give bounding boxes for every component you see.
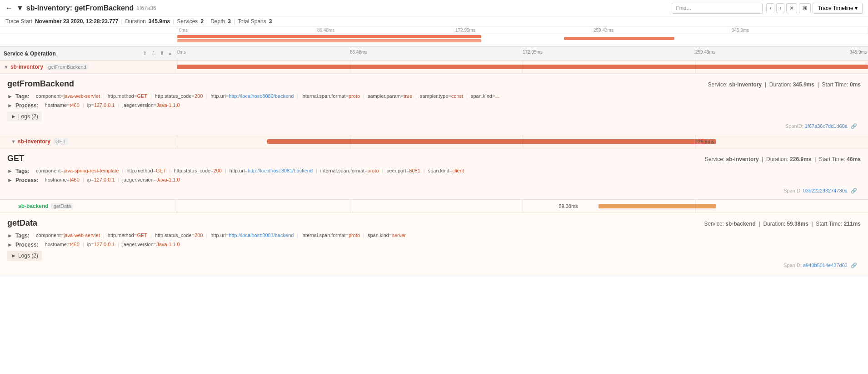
- proc2-jaeger: jaeger.version=Java-1.1.0: [122, 177, 180, 182]
- trace-start-label: Trace Start: [5, 18, 32, 25]
- span1-external-link-icon[interactable]: 🔗: [851, 123, 857, 129]
- tag2-http-url: http.url=http://localhost:8081/backend: [229, 168, 313, 173]
- divider-2-1: [350, 135, 350, 148]
- span3-process-row: ► Process: hostname=t460 | ip=127.0.0.1 …: [7, 242, 861, 248]
- divider-2-2: [523, 135, 523, 148]
- span2-id-link[interactable]: 03b222238274730a: [803, 188, 848, 193]
- span3-tags-toggle[interactable]: ►: [7, 232, 13, 239]
- span3-label-row[interactable]: sb-backend getData: [0, 200, 177, 212]
- span1-label-row[interactable]: ▼ sb-inventory getFromBackend: [0, 61, 177, 73]
- trace-id: 1f67a36: [136, 5, 156, 11]
- trace-start-value: November 23 2020, 12:28:23.777: [35, 18, 118, 25]
- back-button[interactable]: ←: [5, 4, 13, 12]
- span2-external-link-icon[interactable]: 🔗: [851, 188, 857, 193]
- trace-collapse-icon[interactable]: ▼: [16, 4, 24, 12]
- clear-find-button[interactable]: ✕: [786, 3, 797, 13]
- tag-component: component=java-web-servlet: [36, 93, 100, 99]
- timeline-ruler: 0ms 86.48ms 172.95ms 259.43ms 345.9ms: [177, 47, 868, 60]
- sort-asc-button[interactable]: ⇧: [141, 50, 149, 57]
- span2-collapse-btn[interactable]: ▼: [11, 139, 16, 144]
- span2-service: sb-inventory: [18, 138, 50, 145]
- span1-process-row: ► Process: hostname=t460 | ip=127.0.0.1 …: [7, 102, 861, 109]
- span3-logs-label: Logs (2): [18, 253, 38, 259]
- span3-external-link-icon[interactable]: 🔗: [851, 263, 857, 268]
- services-value: 2: [200, 18, 204, 25]
- divider-3-2: [523, 200, 523, 212]
- trace-meta: Trace Start November 23 2020, 12:28:23.7…: [0, 16, 868, 27]
- tag-span-format: internal.span.format=proto: [301, 93, 360, 99]
- duration-label: Duration: [125, 18, 146, 25]
- span2-operation: GET: [53, 138, 68, 145]
- span1-process-toggle[interactable]: ►: [7, 102, 13, 109]
- span2-label-row[interactable]: ▼ sb-inventory GET: [0, 135, 177, 148]
- proc-jaeger: jaeger.version=Java-1.1.0: [122, 102, 180, 108]
- depth-label: Depth: [210, 18, 225, 25]
- tag2-http-method: http.method=GET: [126, 168, 166, 173]
- tag2-span-kind: span.kind=client: [428, 168, 464, 173]
- prev-result-button[interactable]: ‹: [766, 3, 774, 13]
- ruler-tick-4: 345.9ms: [850, 50, 867, 55]
- span2-detail: GET Service: sb-inventory | Duration: 22…: [0, 148, 868, 200]
- span3-bar: [599, 204, 716, 208]
- proc3-jaeger: jaeger.version=Java-1.1.0: [122, 242, 180, 247]
- span1-detail: getFromBackend Service: sb-inventory | D…: [0, 74, 868, 135]
- tag-span-kind: span.kind=...: [471, 93, 499, 99]
- span1-service: sb-inventory: [10, 64, 43, 70]
- span2-tags-toggle[interactable]: ►: [7, 168, 13, 174]
- overview-bar-3: [564, 37, 674, 40]
- tag3-span-kind: span.kind=server: [368, 232, 406, 238]
- service-op-label: Service & Operation: [4, 51, 56, 57]
- keyboard-shortcut-button[interactable]: ⌘: [799, 3, 811, 13]
- tag3-http-method: http.method=GET: [108, 232, 147, 238]
- span3-process-list: hostname=t460 | ip=127.0.0.1 | jaeger.ve…: [45, 242, 180, 247]
- find-input[interactable]: [672, 3, 763, 14]
- span1-operation: getFromBackend: [46, 64, 89, 70]
- ruler-tick-2: 172.95ms: [523, 50, 543, 55]
- url-link-3[interactable]: http://localhost:8081/backend: [229, 232, 294, 238]
- span3-detail-title: getData: [7, 218, 37, 228]
- trace-title-container: ▼ sb-inventory: getFromBackend 1f67a36: [16, 4, 156, 12]
- overview-tick-0: 0ms: [177, 27, 315, 34]
- tag3-http-status: http.status_code=200: [155, 232, 203, 238]
- span3-id-link[interactable]: a940b5014e437d63: [803, 263, 848, 268]
- ruler-tick-3: 259.43ms: [695, 50, 715, 55]
- span2-tag-list: component=java-spring-rest-template | ht…: [36, 168, 464, 173]
- url-link-2[interactable]: http://localhost:8081/backend: [248, 168, 313, 173]
- span3-id-area: SpanID: a940b5014e437d63 🔗: [7, 261, 861, 270]
- span2-bar: [267, 139, 716, 144]
- span3-process-toggle[interactable]: ►: [7, 242, 13, 248]
- header: ← ▼ sb-inventory: getFromBackend 1f67a36…: [0, 0, 868, 16]
- span1-tags-toggle[interactable]: ►: [7, 93, 13, 100]
- proc3-ip: ip=127.0.0.1: [87, 242, 115, 247]
- span2-id-area: SpanID: 03b222238274730a 🔗: [7, 186, 861, 196]
- ruler-tick-0: 0ms: [177, 50, 186, 55]
- trace-title: sb-inventory: getFromBackend: [26, 4, 134, 12]
- total-spans-label: Total Spans: [238, 18, 266, 25]
- span1-tags-row: ► Tags: component=java-web-servlet | htt…: [7, 93, 861, 100]
- expand-all-button[interactable]: »: [167, 50, 173, 57]
- tag-http-status: http.status_code=200: [155, 93, 203, 99]
- url-link-1[interactable]: http://localhost:8080/backend: [229, 93, 294, 99]
- span-block-2: ▼ sb-inventory GET 226.9ms GET Service: …: [0, 135, 868, 200]
- divider-3-1: [350, 200, 350, 212]
- depth-value: 3: [228, 18, 231, 25]
- span2-detail-title: GET: [7, 154, 24, 163]
- proc2-ip: ip=127.0.0.1: [87, 177, 115, 182]
- timeline-header-row: Service & Operation ⇧ ⇩ ⇩ » 0ms 86.48ms …: [0, 47, 868, 61]
- span2-process-toggle[interactable]: ►: [7, 177, 13, 183]
- trace-timeline-button[interactable]: Trace Timeline ▾: [813, 3, 863, 14]
- tag2-http-status: http.status_code=200: [174, 168, 222, 173]
- span3-service: sb-backend: [18, 203, 49, 209]
- span1-collapse-btn[interactable]: ▼: [4, 64, 9, 70]
- span3-tags-row: ► Tags: component=java-web-servlet | htt…: [7, 232, 861, 239]
- span1-logs-toggle[interactable]: ► Logs (2): [7, 111, 42, 121]
- span3-logs-toggle[interactable]: ► Logs (2): [7, 251, 42, 261]
- span1-process-list: hostname=t460 | ip=127.0.0.1 | jaeger.ve…: [45, 102, 180, 108]
- duration-value: 345.9ms: [149, 18, 170, 25]
- sort-desc2-button[interactable]: ⇩: [158, 50, 166, 57]
- span1-id-link[interactable]: 1f67a36c7dd1d60a: [805, 123, 848, 129]
- sort-desc-button[interactable]: ⇩: [150, 50, 157, 57]
- next-result-button[interactable]: ›: [776, 3, 784, 13]
- services-label: Services: [177, 18, 198, 25]
- tag3-component: component=java-web-servlet: [36, 232, 100, 238]
